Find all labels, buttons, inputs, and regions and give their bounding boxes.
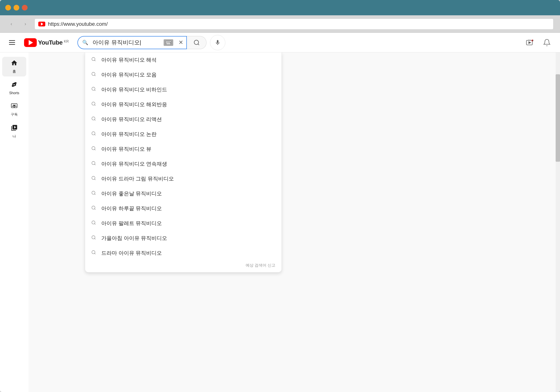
minimize-button[interactable] <box>5 5 11 10</box>
autocomplete-item-5[interactable]: 아이유 뮤직비디오 논란 <box>85 127 281 142</box>
autocomplete-item-3[interactable]: 아이유 뮤직비디오 해외반응 <box>85 97 281 112</box>
mic-button[interactable] <box>210 35 225 50</box>
favicon-icon <box>38 22 45 27</box>
search-button[interactable] <box>187 36 207 49</box>
svg-line-22 <box>94 75 95 76</box>
sidebar: 홈 Shorts <box>0 52 29 392</box>
traffic-lights <box>5 5 28 10</box>
browser-window: ‹ › https://www.youtube.com/ <box>0 0 560 392</box>
svg-line-10 <box>198 44 199 45</box>
svg-point-25 <box>92 102 95 105</box>
create-button[interactable]: + <box>523 36 536 49</box>
page-body: 홈 Shorts <box>0 52 560 392</box>
autocomplete-text-4: 아이유 뮤직비디오 리액션 <box>101 116 162 123</box>
search-input[interactable] <box>92 39 164 46</box>
autocomplete-text-3: 아이유 뮤직비디오 해외반응 <box>101 101 167 108</box>
scrollbar-thumb[interactable] <box>556 74 560 162</box>
address-text: https://www.youtube.com/ <box>48 21 550 27</box>
autocomplete-item-12[interactable]: 가을아침 아이유 뮤직비디오 <box>85 231 281 246</box>
search-container: 🔍 <box>77 35 274 50</box>
autocomplete-search-icon-10 <box>91 205 96 211</box>
autocomplete-text-11: 아이유 팔레트 뮤직비디오 <box>101 220 162 227</box>
autocomplete-text-8: 아이유 드라마 그림 뮤직비디오 <box>101 175 174 182</box>
clear-button[interactable]: ✕ <box>175 36 186 49</box>
favicon-triangle <box>41 22 43 26</box>
svg-point-31 <box>92 147 95 150</box>
autocomplete-text-7: 아이유 뮤직비디오 연속재생 <box>101 160 167 167</box>
hamburger-button[interactable] <box>7 37 18 48</box>
svg-line-44 <box>94 238 95 239</box>
keyboard-icon[interactable] <box>164 39 173 46</box>
hamburger-line-1 <box>9 40 15 41</box>
autocomplete-search-icon-11 <box>91 220 96 226</box>
autocomplete-item-8[interactable]: 아이유 드라마 그림 뮤직비디오 <box>85 171 281 186</box>
svg-point-45 <box>92 251 95 254</box>
svg-rect-5 <box>166 42 167 43</box>
autocomplete-item-11[interactable]: 아이유 팔레트 뮤직비디오 <box>85 216 281 231</box>
youtube-logo-region: KR <box>64 39 69 43</box>
header-right: + <box>523 36 553 49</box>
page-content: YouTube KR 🔍 <box>0 33 560 392</box>
nav-bar: ‹ › https://www.youtube.com/ <box>0 15 560 33</box>
hamburger-line-3 <box>9 44 15 45</box>
autocomplete-footer-text: 예상 검색어 신고 <box>246 263 275 268</box>
bell-button[interactable] <box>540 36 553 49</box>
youtube-logo[interactable]: YouTube KR <box>24 38 69 47</box>
svg-point-19 <box>92 57 95 61</box>
sidebar-item-shorts[interactable]: Shorts <box>2 79 26 98</box>
svg-point-21 <box>92 72 95 76</box>
yt-header: YouTube KR 🔍 <box>0 33 560 52</box>
autocomplete-item-4[interactable]: 아이유 뮤직비디오 리액션 <box>85 112 281 127</box>
autocomplete-search-icon-9 <box>91 191 96 197</box>
hamburger-line-2 <box>9 42 15 43</box>
autocomplete-search-icon-3 <box>91 101 96 107</box>
svg-point-33 <box>92 162 95 165</box>
autocomplete-text-6: 아이유 뮤직비디오 뷰 <box>101 145 151 153</box>
forward-button[interactable]: › <box>20 19 30 29</box>
svg-line-42 <box>94 224 95 224</box>
address-bar-favicon <box>38 22 45 27</box>
back-button[interactable]: ‹ <box>7 19 16 29</box>
svg-line-32 <box>94 149 95 150</box>
svg-rect-4 <box>170 41 171 42</box>
sidebar-label-shorts: Shorts <box>9 91 19 95</box>
autocomplete-item-10[interactable]: 아이유 하루끝 뮤직비디오 <box>85 201 281 216</box>
svg-line-20 <box>94 60 95 61</box>
close-button[interactable] <box>14 5 19 10</box>
maximize-button[interactable] <box>22 5 28 10</box>
main-content: 아이유 뮤직비디오 해석 아이유 뮤직비디오 모음 <box>29 52 560 392</box>
scrollbar-track <box>556 52 560 392</box>
autocomplete-item-0[interactable]: 아이유 뮤직비디오 해석 <box>85 52 281 67</box>
autocomplete-search-icon-12 <box>91 235 96 241</box>
autocomplete-item-1[interactable]: 아이유 뮤직비디오 모음 <box>85 67 281 82</box>
autocomplete-text-2: 아이유 뮤직비디오 비하인드 <box>101 86 167 93</box>
autocomplete-text-0: 아이유 뮤직비디오 해석 <box>101 56 157 63</box>
autocomplete-text-9: 아이유 좋은날 뮤직비디오 <box>101 190 162 197</box>
autocomplete-search-icon-2 <box>91 86 96 93</box>
svg-point-41 <box>92 221 95 224</box>
autocomplete-item-7[interactable]: 아이유 뮤직비디오 연속재생 <box>85 156 281 171</box>
svg-point-39 <box>92 206 95 209</box>
autocomplete-text-13: 드라마 아이유 뮤직비디오 <box>101 249 162 257</box>
address-bar[interactable]: https://www.youtube.com/ <box>35 19 553 29</box>
library-icon <box>11 124 18 133</box>
autocomplete-item-13[interactable]: 드라마 아이유 뮤직비디오 <box>85 246 281 260</box>
title-bar <box>0 0 560 15</box>
sidebar-item-home[interactable]: 홈 <box>2 57 26 76</box>
autocomplete-item-9[interactable]: 아이유 좋은날 뮤직비디오 <box>85 186 281 201</box>
svg-line-38 <box>94 194 95 195</box>
autocomplete-text-1: 아이유 뮤직비디오 모음 <box>101 71 157 78</box>
svg-line-26 <box>94 105 95 105</box>
sidebar-item-subscriptions[interactable]: 구독 <box>2 100 26 120</box>
svg-line-36 <box>94 179 95 180</box>
sidebar-label-subscriptions: 구독 <box>11 112 18 117</box>
autocomplete-item-6[interactable]: 아이유 뮤직비디오 뷰 <box>85 142 281 156</box>
svg-point-23 <box>92 87 95 90</box>
autocomplete-search-icon-5 <box>91 131 96 137</box>
youtube-play-triangle <box>29 40 33 45</box>
svg-line-46 <box>94 253 95 254</box>
sidebar-item-library[interactable]: 나 <box>2 122 26 141</box>
autocomplete-search-icon-13 <box>91 250 96 256</box>
autocomplete-item-2[interactable]: 아이유 뮤직비디오 비하인드 <box>85 82 281 97</box>
autocomplete-footer[interactable]: 예상 검색어 신고 <box>85 260 281 270</box>
